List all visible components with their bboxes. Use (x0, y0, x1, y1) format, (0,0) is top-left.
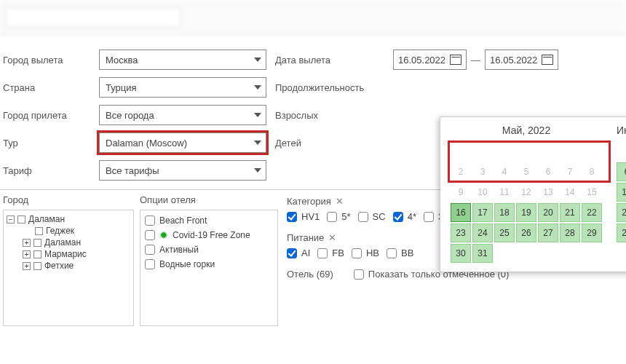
label-duration: Продолжительность (275, 82, 384, 93)
tree-item[interactable]: +Даламан (7, 237, 130, 248)
tree-expand-icon[interactable]: + (23, 262, 31, 270)
calendar-popup[interactable]: Май, 2022 234567891011121314151617181920… (440, 116, 626, 272)
calendar-day[interactable]: 6 (617, 162, 626, 181)
filter-checkbox[interactable]: HB (352, 248, 379, 258)
covid-icon: ✹ (159, 230, 168, 240)
calendar-icon (450, 55, 461, 65)
hotel-options-header: Опции отеля (140, 194, 278, 205)
label-departure-city: Город вылета (3, 55, 90, 66)
dropdown-country-value: Турция (106, 82, 137, 93)
date-dash: — (471, 55, 480, 66)
checkbox[interactable] (145, 245, 155, 255)
calendar-day[interactable]: 20 (617, 203, 626, 222)
label-country: Страна (3, 82, 90, 93)
dropdown-tariff[interactable]: Все тарифы (99, 160, 266, 181)
checkbox[interactable] (424, 212, 434, 222)
checkbox[interactable] (327, 212, 337, 222)
tree-root-label: Даламан (28, 214, 65, 224)
calendar-day[interactable]: 24 (472, 223, 493, 242)
date-from-input[interactable]: 16.05.2022 (393, 50, 467, 70)
calendar-day: 8 (582, 162, 602, 181)
calendar-day[interactable]: 25 (494, 223, 515, 242)
filter-checkbox[interactable]: FB (317, 248, 344, 258)
label-tariff: Тариф (3, 165, 90, 176)
tree-item[interactable]: Геджек (7, 225, 130, 237)
filter-checkbox[interactable]: 4* (393, 211, 416, 222)
clear-meals-icon[interactable]: ✕ (328, 232, 336, 243)
calendar-day[interactable]: 17 (472, 203, 493, 222)
hotel-header: Отель (69) (287, 269, 333, 280)
filter-checkbox[interactable]: HV1 (287, 211, 320, 222)
calendar-day[interactable]: 27 (538, 223, 558, 242)
dropdown-tour-value: Dalaman (Moscow) (106, 138, 187, 149)
calendar-icon (542, 55, 553, 65)
checkbox[interactable] (287, 212, 297, 222)
tree-expand-icon[interactable]: + (23, 239, 31, 247)
checkbox[interactable] (287, 248, 297, 258)
tree-expand-icon[interactable]: + (23, 250, 31, 258)
calendar-day: 5 (516, 162, 536, 181)
calendar-day[interactable]: 26 (516, 223, 536, 242)
calendar-day[interactable]: 21 (560, 203, 580, 222)
tree-collapse-icon[interactable]: − (7, 215, 15, 223)
checkbox[interactable] (358, 212, 368, 222)
calendar-day[interactable]: 28 (560, 223, 580, 242)
checkbox[interactable] (393, 212, 403, 222)
hotel-option-row[interactable]: Beach Front (145, 213, 273, 228)
calendar-day[interactable]: 29 (582, 223, 602, 242)
hotel-option-row[interactable]: Активный (145, 242, 273, 257)
date-to-input[interactable]: 16.05.2022 (485, 50, 558, 70)
filter-checkbox[interactable]: BB (387, 248, 413, 258)
calendar-day[interactable]: 13 (617, 183, 626, 202)
chevron-down-icon (254, 113, 261, 117)
checkbox[interactable] (352, 248, 362, 258)
hotel-option-row[interactable]: Водные горки (145, 257, 273, 272)
checkbox[interactable] (145, 215, 155, 226)
show-marked-checkbox[interactable] (354, 269, 364, 280)
tree-item-label: Даламан (44, 237, 81, 248)
tree-item-label: Фетхие (44, 261, 74, 271)
label-tour: Тур (3, 138, 90, 149)
filter-checkbox[interactable]: 5* (327, 211, 350, 222)
checkbox[interactable] (17, 215, 25, 223)
checkbox[interactable] (35, 227, 43, 235)
calendar-day[interactable]: 19 (516, 203, 536, 222)
dropdown-tour[interactable]: Dalaman (Moscow) (99, 132, 266, 153)
checkbox[interactable] (33, 250, 41, 258)
filter-checkbox[interactable]: AI (287, 248, 310, 258)
calendar-day[interactable]: 22 (582, 203, 602, 222)
checkbox[interactable] (33, 262, 41, 270)
filter-checkbox[interactable]: SC (358, 211, 386, 222)
calendar-day[interactable]: 31 (472, 244, 493, 263)
calendar-month-title: Май, 2022 (451, 124, 602, 136)
calendar-month-jun: Июн 67131420212728 (617, 124, 626, 263)
checkbox[interactable] (145, 259, 155, 269)
calendar-day[interactable]: 27 (617, 223, 626, 242)
checkbox[interactable] (387, 248, 397, 258)
checkbox[interactable] (317, 248, 328, 258)
tree-item-label: Мармарис (44, 249, 87, 259)
tree-root[interactable]: − Даламан (7, 213, 130, 225)
city-tree[interactable]: − Даламан Геджек+Даламан+Мармарис+Фетхие (3, 210, 134, 326)
calendar-day[interactable]: 23 (451, 223, 471, 242)
city-column: Город − Даламан Геджек+Даламан+Мармарис+… (3, 194, 134, 326)
hotel-options-list[interactable]: Beach Front✹Covid-19 Free ZoneАктивныйВо… (140, 210, 278, 326)
clear-category-icon[interactable]: ✕ (336, 196, 344, 207)
tree-item[interactable]: +Мармарис (7, 248, 130, 260)
calendar-day: 3 (472, 162, 493, 181)
dropdown-country[interactable]: Турция (99, 77, 266, 98)
calendar-day[interactable]: 18 (494, 203, 515, 222)
checkbox[interactable] (145, 230, 155, 240)
calendar-day[interactable]: 20 (538, 203, 558, 222)
checkbox[interactable] (33, 239, 41, 247)
dropdown-arrival-city[interactable]: Все города (99, 105, 266, 125)
dropdown-departure-city[interactable]: Москва (99, 50, 266, 70)
hotel-option-row[interactable]: ✹Covid-19 Free Zone (145, 228, 273, 242)
calendar-day: 7 (560, 162, 580, 181)
tree-item[interactable]: +Фетхие (7, 260, 130, 272)
city-header: Город (3, 194, 134, 205)
calendar-day[interactable]: 30 (451, 244, 471, 263)
label-adults: Взрослых (275, 110, 384, 121)
calendar-day[interactable]: 16 (451, 203, 471, 222)
filter-checkbox-label: HB (366, 248, 379, 258)
